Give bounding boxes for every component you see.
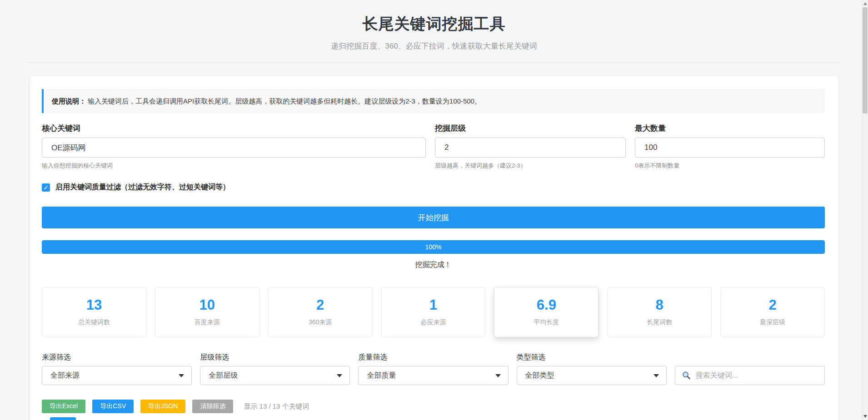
check-icon: ✓: [43, 184, 49, 191]
stat-value: 2: [316, 298, 324, 312]
page-header: 长尾关键词挖掘工具 递归挖掘百度、360、必应下拉词，快速获取大量长尾关键词: [0, 0, 868, 51]
quality-filter-checkbox[interactable]: ✓: [42, 183, 50, 192]
result-count-text: 显示 13 / 13 个关键词: [244, 402, 309, 411]
field-depth: 挖掘层级 层级越高，关键词越多（建议2-3）: [435, 123, 626, 170]
stat-value: 1: [429, 298, 437, 312]
progress-bar: 100%: [42, 240, 825, 254]
filter-level-select[interactable]: 全部层级: [200, 366, 350, 385]
core-keyword-help: 输入你想挖掘的核心关键词: [42, 162, 426, 170]
stat-card-avg-length: 6.9 平均长度: [494, 287, 599, 337]
progress-fill: 100%: [42, 240, 825, 254]
stat-card-360: 2 360来源: [268, 287, 373, 337]
start-mining-button[interactable]: 开始挖掘: [42, 207, 825, 228]
export-row: 导出Excel 导出CSV 导出JSON 清除筛选 显示 13 / 13 个关键…: [42, 400, 825, 413]
filter-quality: 质量筛选 全部质量: [358, 353, 508, 385]
field-core-keyword: 核心关键词 输入你想挖掘的核心关键词: [42, 123, 426, 170]
chevron-down-icon: [495, 374, 501, 377]
stat-value: 2: [768, 298, 776, 312]
stat-value: 13: [86, 298, 102, 312]
stat-label: 总关键词数: [78, 318, 110, 326]
stat-card-bing: 1 必应来源: [381, 287, 486, 337]
export-excel-button[interactable]: 导出Excel: [42, 400, 85, 413]
stat-value: 10: [200, 298, 215, 312]
vertical-scrollbar[interactable]: [862, 0, 868, 420]
export-csv-button[interactable]: 导出CSV: [92, 400, 134, 413]
page-title: 长尾关键词挖掘工具: [0, 14, 868, 35]
depth-help: 层级越高，关键词越多（建议2-3）: [435, 162, 626, 170]
filter-type: 类型筛选 全部类型: [517, 353, 667, 385]
usage-note: 使用说明：输入关键词后，工具会递归调用API获取长尾词。层级越高，获取的关键词越…: [42, 89, 825, 113]
export-json-button[interactable]: 导出JSON: [140, 400, 185, 413]
filter-source: 来源筛选 全部来源: [42, 353, 192, 385]
filter-level-value: 全部层级: [209, 371, 238, 380]
depth-label: 挖掘层级: [435, 123, 626, 133]
search-icon: [682, 371, 691, 380]
stat-label: 长尾词数: [647, 318, 672, 326]
stats-row: 13 总关键词数 10 百度来源 2 360来源 1 必应来源 6.9 平均长度…: [42, 287, 825, 337]
depth-input[interactable]: [435, 138, 626, 158]
filter-source-label: 来源筛选: [42, 353, 192, 362]
filters-row: 来源筛选 全部来源 层级筛选 全部层级 质量筛选 全部质量: [42, 353, 825, 385]
filter-type-label: 类型筛选: [517, 353, 667, 362]
chevron-down-icon: [179, 374, 184, 377]
max-count-help: 0表示不限制数量: [635, 162, 825, 170]
page: 长尾关键词挖掘工具 递归挖掘百度、360、必应下拉词，快速获取大量长尾关键词 使…: [0, 0, 868, 420]
filter-type-select[interactable]: 全部类型: [517, 366, 667, 385]
field-max-count: 最大数量 0表示不限制数量: [635, 123, 825, 170]
core-keyword-label: 核心关键词: [42, 123, 426, 133]
filter-level: 层级筛选 全部层级: [200, 353, 350, 385]
quality-filter-row[interactable]: ✓ 启用关键词质量过滤（过滤无效字符、过短关键词等）: [42, 183, 825, 192]
partial-blue-element: [50, 417, 76, 420]
stat-card-max-depth: 2 最深层级: [720, 287, 825, 337]
filter-source-select[interactable]: 全部来源: [42, 366, 192, 385]
usage-note-label: 使用说明：: [52, 97, 86, 105]
page-subtitle: 递归挖掘百度、360、必应下拉词，快速获取大量长尾关键词: [0, 41, 868, 51]
quality-filter-label: 启用关键词质量过滤（过滤无效字符、过短关键词等）: [55, 183, 230, 192]
max-count-input[interactable]: [635, 138, 825, 158]
header-divider: [27, 62, 841, 63]
filter-type-value: 全部类型: [525, 371, 554, 380]
scrollbar-up-arrow-icon[interactable]: [863, 2, 867, 5]
scrollbar-down-arrow-icon[interactable]: [863, 415, 867, 418]
keyword-search-input[interactable]: [695, 371, 819, 380]
core-keyword-input[interactable]: [42, 138, 426, 158]
stat-card-total: 13 总关键词数: [42, 287, 146, 337]
stat-value: 8: [656, 298, 663, 312]
stat-label: 平均长度: [534, 318, 559, 326]
clear-filters-button[interactable]: 清除筛选: [192, 400, 233, 413]
stat-card-baidu: 10 百度来源: [155, 287, 259, 337]
filter-quality-value: 全部质量: [367, 371, 396, 380]
chevron-down-icon: [653, 374, 659, 377]
max-count-label: 最大数量: [635, 123, 825, 133]
stat-label: 必应来源: [420, 318, 446, 326]
keyword-search-box[interactable]: [675, 366, 825, 385]
filter-quality-select[interactable]: 全部质量: [358, 366, 508, 385]
progress-percent-label: 100%: [425, 243, 442, 251]
filter-source-value: 全部来源: [50, 371, 80, 380]
stat-label: 最深层级: [760, 318, 785, 326]
form-row: 核心关键词 输入你想挖掘的核心关键词 挖掘层级 层级越高，关键词越多（建议2-3…: [42, 123, 825, 170]
scrollbar-thumb[interactable]: [863, 7, 868, 114]
chevron-down-icon: [337, 374, 342, 377]
stat-value: 6.9: [537, 298, 556, 312]
stat-label: 360来源: [309, 318, 332, 326]
stat-label: 百度来源: [195, 318, 220, 326]
main-card: 使用说明：输入关键词后，工具会递归调用API获取长尾词。层级越高，获取的关键词越…: [30, 76, 838, 420]
stat-card-longtail: 8 长尾词数: [607, 287, 712, 337]
usage-note-text: 输入关键词后，工具会递归调用API获取长尾词。层级越高，获取的关键词越多但耗时越…: [88, 97, 481, 105]
filter-level-label: 层级筛选: [200, 353, 350, 362]
status-text: 挖掘完成！: [42, 260, 825, 270]
filter-quality-label: 质量筛选: [358, 353, 508, 362]
